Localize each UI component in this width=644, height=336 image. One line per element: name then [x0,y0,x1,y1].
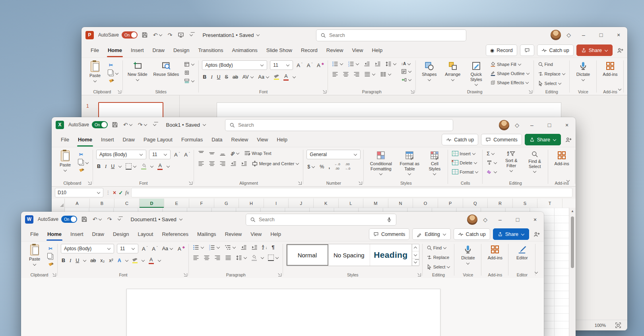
save-button[interactable] [80,215,89,223]
editor-button[interactable]: Editor [512,244,532,261]
merge-center-button[interactable]: Merge and Center [251,160,301,167]
ribbon-tab[interactable]: Insert [126,43,148,58]
ribbon-tab[interactable]: Review [221,227,246,241]
save-button[interactable] [140,31,149,39]
show-formatting-button[interactable]: ¶ [271,244,275,251]
italic-button[interactable]: I [104,163,107,170]
people-icon[interactable] [617,47,623,54]
column-header[interactable]: G [214,199,239,208]
bullets-button[interactable] [192,244,205,251]
strikethrough-button[interactable]: ab [89,257,97,264]
document-title[interactable]: Book1 • Saved [166,122,207,128]
font-dialog-launcher[interactable] [189,182,192,185]
ribbon-tab[interactable]: Design [169,43,194,58]
align-right-button[interactable] [353,71,361,78]
column-header[interactable]: H [239,199,264,208]
ribbon-tab[interactable]: View [252,132,272,147]
undo-button[interactable]: ↶ [152,31,164,39]
ribbon-tab[interactable]: File [56,132,74,147]
maximize-button[interactable]: □ [509,212,526,228]
font-name-combo[interactable]: Aptos (Body) [202,60,267,70]
text-effects-button[interactable]: A [117,257,122,264]
column-header[interactable]: D [140,199,165,208]
arrange-button[interactable]: Arrange [442,60,463,82]
catch-up-button[interactable]: Catch up [442,134,478,145]
font-dialog-launcher[interactable] [184,273,187,276]
comments-button[interactable] [520,44,534,56]
orientation-button[interactable]: ab [229,151,241,156]
font-size-combo[interactable]: 11 [270,60,293,70]
clear-formatting-button[interactable]: A◆ [177,245,186,252]
name-box[interactable]: D10 [55,188,103,197]
maximize-button[interactable]: □ [541,117,558,133]
designer-button[interactable]: Designer [627,60,627,78]
cut-button[interactable]: ✂ [78,151,84,158]
ribbon-tab[interactable]: Review [227,132,253,147]
save-button[interactable] [111,121,119,129]
column-header[interactable]: C [114,199,140,208]
increase-indent-button[interactable] [240,160,248,167]
paragraph-dialog-launcher[interactable] [411,90,414,93]
ribbon-tab[interactable]: View [246,227,266,241]
scroll-up-icon[interactable]: ▲ [569,208,576,213]
ribbon-tab[interactable]: Formulas [177,132,207,147]
collapse-ribbon-button[interactable] [534,268,538,276]
sort-filter-button[interactable]: AZSort & Filter [501,150,522,173]
close-button[interactable]: × [558,117,576,133]
highlight-color-button[interactable] [132,258,138,264]
new-slide-button[interactable]: New Slide [126,60,149,82]
copy-button[interactable] [108,70,120,77]
bold-button[interactable]: B [202,74,207,80]
clipboard-dialog-launcher[interactable] [118,90,121,93]
shrink-font-button[interactable]: Aˇ [183,151,190,158]
bold-button[interactable]: B [61,257,66,264]
premium-diamond-icon[interactable]: ◇ [566,32,571,38]
column-header[interactable]: O [413,199,438,208]
font-color-button[interactable]: A [283,73,289,81]
copy-button[interactable] [78,160,90,166]
redo-button[interactable]: ↷ [137,121,149,129]
document-title[interactable]: Presentation1 • Saved [203,32,260,38]
middle-align-button[interactable] [208,150,216,157]
shape-fill-button[interactable]: Shape Fill [489,61,522,68]
justify-button[interactable] [363,71,376,78]
column-header[interactable]: R [488,199,513,208]
close-button[interactable]: × [610,27,627,43]
find-button[interactable]: Find [426,245,448,251]
superscript-button[interactable]: x² [108,257,114,264]
clear-button[interactable] [486,169,498,175]
undo-button[interactable]: ↶ [91,215,103,223]
minimize-button[interactable]: – [575,27,592,43]
font-color-button[interactable]: A [157,162,163,170]
autosave-toggle[interactable]: On [92,121,108,128]
align-center-button[interactable] [203,254,211,261]
ribbon-tab[interactable]: Draw [118,132,139,147]
multilevel-list-button[interactable] [224,244,237,251]
align-left-button[interactable] [197,160,205,167]
close-button[interactable]: × [526,212,544,228]
quick-access-customize-button[interactable] [151,122,158,127]
column-header[interactable]: F [189,199,214,208]
column-header[interactable]: I [264,199,289,208]
ribbon-tab[interactable]: File [26,227,43,241]
add-ins-button[interactable]: Add-ins [600,60,621,78]
cancel-button[interactable]: × [113,189,116,196]
top-align-button[interactable] [197,150,205,157]
share-button[interactable]: Share [576,44,613,56]
vertical-scrollbar[interactable]: ▲ [569,208,576,336]
convert-to-smartart-button[interactable] [400,77,413,83]
decrease-indent-button[interactable] [363,60,371,68]
ribbon-tab[interactable]: Help [367,43,387,58]
font-color-button[interactable]: A [148,257,155,265]
undo-button[interactable]: ↶ [122,121,134,129]
paste-button[interactable]: Paste [85,60,105,83]
highlight-color-button[interactable] [273,74,280,80]
wrap-text-button[interactable]: Wrap Text [243,150,272,157]
add-ins-button[interactable]: Add-ins [485,244,505,261]
decrease-decimal-button[interactable]: .00→.0 [344,162,351,171]
column-header[interactable]: B [90,199,115,208]
conditional-formatting-button[interactable]: Conditional Formatting [367,150,395,176]
column-header[interactable]: Q [463,199,488,208]
font-size-combo[interactable]: 11 [117,244,138,253]
ribbon-tab[interactable]: Insert [66,227,88,241]
